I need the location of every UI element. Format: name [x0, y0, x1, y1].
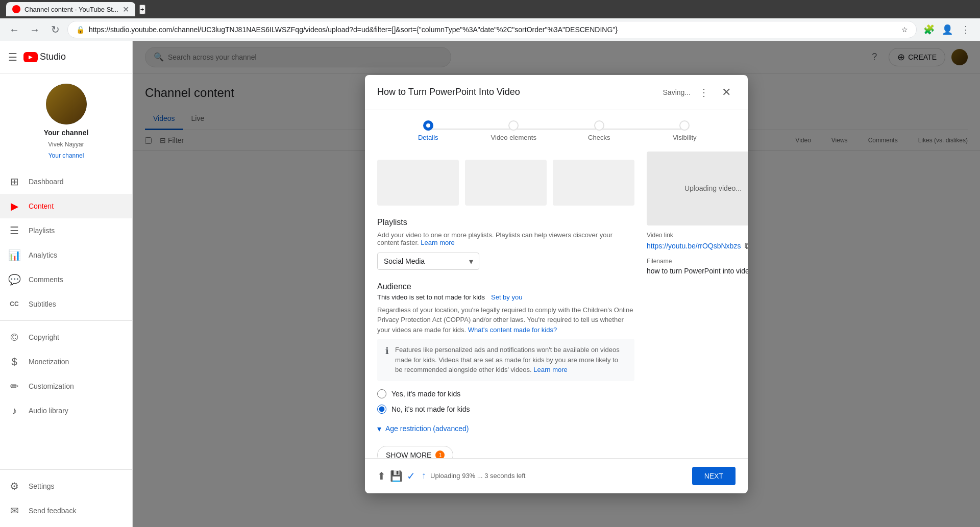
sidebar-item-comments[interactable]: 💬 Comments [0, 267, 132, 292]
playlists-icon: ☰ [8, 224, 20, 237]
sidebar-divider [0, 320, 132, 321]
show-more-section: SHOW MORE 1 Paid promotion, tags, subtit… [377, 446, 634, 458]
settings-icon: ⚙ [8, 480, 20, 492]
video-link-row: https://youtu.be/rrOQsbNxbzs ⧉ [647, 241, 748, 252]
modal-footer: ⬆ 💾 ✓ ↑ Uploading 93% ... 3 seconds left… [365, 458, 748, 493]
step-video-elements: Video elements [471, 120, 557, 141]
info-text-content: Features like personalized ads and notif… [395, 346, 620, 373]
show-more-badge: 1 [435, 450, 445, 458]
video-link-url[interactable]: https://youtu.be/rrOQsbNxbzs [647, 242, 741, 250]
main-content: 🔍 ? ⊕ CREATE Channel content Videos Li [133, 41, 980, 527]
playlists-section: Playlists Add your video to one or more … [377, 218, 634, 282]
sidebar-bottom: ⚙ Settings ✉ Send feedback [0, 461, 132, 527]
sidebar-header: ☰ Studio [0, 41, 132, 73]
audio-library-icon: ♪ [8, 405, 20, 417]
sidebar-label-subtitles: Subtitles [29, 300, 56, 308]
thumbnail-placeholder-3 [553, 160, 634, 206]
progress-text: Uploading 93% ... 3 seconds left [430, 472, 525, 480]
tab-title: Channel content - YouTube St... [24, 6, 118, 13]
save-draft-button[interactable]: 💾 [390, 470, 403, 482]
copy-link-button[interactable]: ⧉ [745, 241, 748, 252]
channel-avatar-image [46, 84, 87, 124]
hamburger-menu-button[interactable]: ☰ [8, 51, 17, 63]
back-button[interactable]: ← [6, 21, 22, 38]
monetization-icon: $ [8, 356, 20, 368]
step-details: Details [385, 120, 471, 141]
sidebar-label-content: Content [29, 202, 54, 210]
sidebar-item-analytics[interactable]: 📊 Analytics [0, 243, 132, 267]
sidebar-item-copyright[interactable]: © Copyright [0, 325, 132, 349]
playlist-select[interactable]: Social Media None Create new playlist [377, 253, 479, 270]
extensions-icon[interactable]: 🧩 [921, 21, 937, 38]
upload-thumbnail-row [377, 152, 634, 206]
filename-section: Filename how to turn PowerPoint into vid… [647, 258, 748, 275]
sidebar-item-settings[interactable]: ⚙ Settings [0, 474, 132, 498]
new-tab-button[interactable]: + [139, 5, 145, 14]
modal-body: Playlists Add your video to one or more … [365, 152, 748, 458]
yt-studio-logo: Studio [23, 52, 66, 62]
bookmark-icon[interactable]: ☆ [901, 26, 908, 34]
playlists-desc-text: Add your video to one or more playlists.… [377, 231, 612, 246]
modal-close-button[interactable]: ✕ [717, 83, 736, 102]
playlists-title: Playlists [377, 218, 634, 227]
progress-icon: ↑ [422, 470, 426, 481]
step-checks-circle [594, 120, 604, 131]
coppa-link[interactable]: What's content made for kids? [468, 326, 557, 334]
radio-option-no[interactable]: No, it's not made for kids [377, 405, 634, 414]
sidebar-item-send-feedback[interactable]: ✉ Send feedback [0, 498, 132, 523]
sidebar-item-monetization[interactable]: $ Monetization [0, 349, 132, 374]
step-visibility-circle [679, 120, 690, 131]
audience-title: Audience [377, 282, 411, 291]
sidebar-label-copyright: Copyright [29, 333, 59, 341]
audience-status-row: This video is set to not made for kids S… [377, 293, 634, 301]
step-visibility-label: Visibility [673, 134, 697, 141]
info-text: Features like personalized ads and notif… [395, 345, 626, 375]
modal-header: How to Turn PowerPoint Into Video Saving… [365, 75, 748, 110]
upload-stepper: Details Video elements Checks Visibility [365, 110, 748, 152]
check-status-button: ✓ [407, 470, 415, 482]
radio-no-input[interactable] [377, 405, 386, 414]
channel-link[interactable]: Your channel [48, 152, 84, 159]
sidebar-item-dashboard[interactable]: ⊞ Dashboard [0, 169, 132, 194]
sidebar-item-content[interactable]: ▶ Content [0, 194, 132, 218]
address-bar[interactable]: 🔒 https://studio.youtube.com/channel/UC3… [67, 21, 917, 38]
info-learn-more[interactable]: Learn more [533, 366, 567, 373]
playlists-learn-more[interactable]: Learn more [421, 239, 454, 246]
browser-tab[interactable]: Channel content - YouTube St... ✕ [6, 2, 135, 16]
age-restriction-section[interactable]: ▾ Age restriction (advanced) [377, 424, 634, 434]
forward-button[interactable]: → [27, 21, 43, 38]
app-layout: ☰ Studio Your channel Vivek Nayyar Your … [0, 41, 980, 527]
sidebar-item-subtitles[interactable]: CC Subtitles [0, 292, 132, 316]
sidebar-item-customization[interactable]: ✏ Customization [0, 374, 132, 398]
nav-icons: 🧩 👤 ⋮ [921, 21, 974, 38]
channel-name: Your channel [44, 129, 89, 137]
menu-icon[interactable]: ⋮ [958, 21, 974, 38]
copyright-icon: © [8, 332, 20, 343]
show-more-label: SHOW MORE [386, 451, 431, 458]
content-icon: ▶ [8, 200, 20, 212]
info-box: ℹ Features like personalized ads and not… [377, 339, 634, 381]
sidebar-label-dashboard: Dashboard [29, 178, 64, 186]
yt-logo-text: Studio [40, 52, 66, 62]
next-button[interactable]: NEXT [692, 467, 736, 485]
modal-saving-text: Saving... [663, 88, 691, 96]
customization-icon: ✏ [8, 380, 20, 392]
uploading-text: Uploading video... [684, 184, 742, 192]
chevron-down-icon: ▾ [377, 424, 381, 434]
radio-option-yes[interactable]: Yes, it's made for kids [377, 389, 634, 398]
show-more-button[interactable]: SHOW MORE 1 [377, 446, 453, 458]
channel-avatar[interactable] [46, 84, 87, 124]
analytics-icon: 📊 [8, 249, 20, 261]
profile-icon[interactable]: 👤 [939, 21, 955, 38]
radio-yes-input[interactable] [377, 389, 386, 398]
sidebar-item-playlists[interactable]: ☰ Playlists [0, 218, 132, 243]
upload-file-button[interactable]: ⬆ [377, 470, 386, 482]
sidebar-item-audio-library[interactable]: ♪ Audio library [0, 398, 132, 423]
radio-yes-label: Yes, it's made for kids [391, 390, 460, 398]
modal-menu-button[interactable]: ⋮ [699, 86, 709, 98]
tab-close-button[interactable]: ✕ [122, 5, 129, 14]
refresh-button[interactable]: ↻ [47, 21, 63, 38]
video-link-section: Video link https://youtu.be/rrOQsbNxbzs … [647, 232, 748, 252]
send-feedback-icon: ✉ [8, 505, 20, 517]
filename-label: Filename [647, 258, 748, 265]
